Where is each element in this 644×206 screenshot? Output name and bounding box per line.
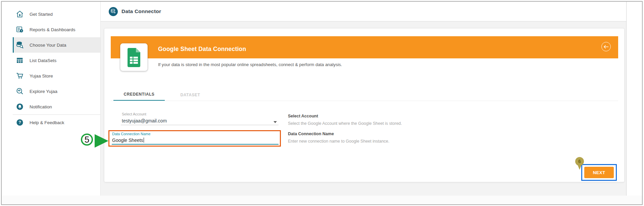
cart-icon <box>16 72 24 80</box>
back-arrow-icon[interactable] <box>601 42 611 51</box>
connection-name-input[interactable]: Google Sheets <box>112 138 144 143</box>
select-account-underline <box>121 125 279 125</box>
sidebar-item-yujaa-store[interactable]: Yujaa Store <box>13 68 100 84</box>
table-icon <box>16 56 24 64</box>
question-icon: ? <box>16 118 24 126</box>
sidebar-item-label: List DataSets <box>30 58 56 63</box>
select-account-label: Select Account <box>122 112 146 116</box>
bell-icon <box>16 103 24 111</box>
help-select-account-title: Select Account <box>288 114 318 118</box>
data-connector-icon <box>109 7 118 16</box>
sidebar-item-label: Yujaa Store <box>30 73 53 79</box>
sidebar-item-get-started[interactable]: Get Started <box>13 6 100 22</box>
select-account-value[interactable]: testyujaa@gmail.com <box>122 118 167 123</box>
svg-text:?: ? <box>18 120 21 125</box>
sidebar-item-label: Help & Feedback <box>30 120 64 125</box>
sidebar-item-label: Explore Yujaa <box>30 89 57 94</box>
sidebar-item-choose-your-data[interactable]: Choose Your Data <box>13 37 100 53</box>
page-title: Data Connector <box>121 8 161 14</box>
tab-dataset[interactable]: DATASET <box>165 89 216 101</box>
next-button[interactable]: NEXT <box>584 167 614 178</box>
sidebar-item-explore-yujaa[interactable]: Explore Yujaa <box>13 84 100 99</box>
sidebar-item-label: Reports & Dashboards <box>30 27 76 32</box>
connection-name-text: Google Sheets <box>112 138 143 143</box>
page-header: Data Connector <box>101 2 626 21</box>
google-sheets-icon <box>120 43 148 71</box>
tab-credentials[interactable]: CREDENTIALS <box>113 89 165 101</box>
home-play-icon <box>16 10 24 18</box>
explore-icon <box>16 87 24 95</box>
sidebar-item-reports-dashboards[interactable]: Reports & Dashboards <box>13 22 100 37</box>
sidebar-item-notification[interactable]: Notification <box>13 99 100 114</box>
dashboard-icon <box>16 25 24 34</box>
help-connection-name-title: Data Connection Name <box>288 132 334 136</box>
text-cursor <box>144 138 144 143</box>
banner-title: Google Sheet Data Connection <box>158 46 246 53</box>
sidebar-item-label: Get Started <box>30 12 53 17</box>
database-search-icon <box>16 41 24 49</box>
chevron-down-icon[interactable] <box>274 121 277 123</box>
sidebar-item-help-feedback[interactable]: ? Help & Feedback <box>13 115 100 130</box>
tab-baseline <box>111 101 618 101</box>
connection-name-label: Data Connection Name <box>112 132 150 136</box>
content-right-gutter <box>626 2 642 196</box>
banner-subtitle: If your data is stored in the most popul… <box>158 62 342 67</box>
step5-marker: 5 <box>81 134 93 146</box>
help-select-account-description: Select the Google Account where the Goog… <box>288 121 402 126</box>
bottom-strip <box>2 196 642 205</box>
sidebar-nav: Get Started Reports & Dashboards <box>2 6 100 130</box>
sidebar-item-list-datasets[interactable]: List DataSets <box>13 53 100 68</box>
connection-name-underline <box>112 144 279 145</box>
sidebar-item-label: Notification <box>30 104 52 109</box>
step6-marker: 6 <box>575 157 584 166</box>
sidebar: Get Started Reports & Dashboards <box>2 2 100 196</box>
step5-arrow <box>95 134 108 148</box>
sidebar-item-label: Choose Your Data <box>30 43 66 48</box>
help-connection-name-description: Enter new connection name to Google Shee… <box>288 139 389 144</box>
app-window: Get Started Reports & Dashboards <box>0 0 644 206</box>
